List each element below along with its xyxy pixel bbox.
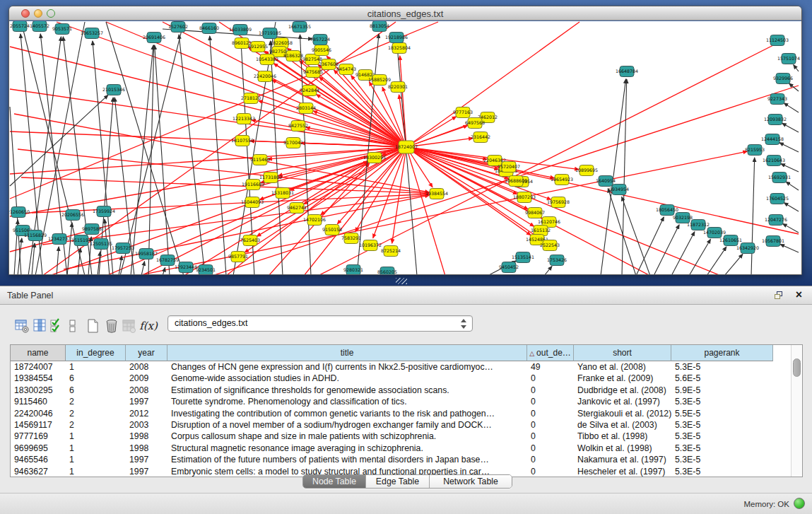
cell-name[interactable]: 19384554: [11, 373, 66, 384]
float-panel-icon[interactable]: [775, 291, 784, 300]
table-row[interactable]: 977716911998Corpus callosum shape and si…: [11, 431, 791, 442]
cell-name[interactable]: 22420046: [11, 408, 66, 419]
graph-node[interactable]: 9115460: [250, 155, 270, 165]
graph-node[interactable]: 12923448: [175, 262, 197, 273]
black-edge[interactable]: [786, 182, 799, 190]
cell-short[interactable]: Tibbo et al. (1998): [574, 431, 671, 442]
cell-pagerank[interactable]: 5.3E-5: [671, 431, 773, 442]
black-edge[interactable]: [155, 45, 170, 274]
graph-node[interactable]: 8454743: [336, 64, 356, 75]
cell-out_degree[interactable]: 0: [527, 373, 574, 384]
graph-node[interactable]: 12342737: [48, 234, 71, 245]
black-edge[interactable]: [780, 244, 799, 252]
black-edge[interactable]: [782, 123, 799, 132]
cell-title[interactable]: Tourette syndrome. Phenomenology and cla…: [167, 396, 527, 407]
cell-name[interactable]: 9465546: [11, 454, 66, 465]
graph-node[interactable]: 8186328: [283, 51, 303, 62]
black-edge[interactable]: [141, 262, 145, 274]
graph-node[interactable]: 2803144: [296, 103, 316, 114]
cell-year[interactable]: 1997: [126, 396, 167, 407]
graph-node[interactable]: 1405572: [30, 21, 49, 32]
cell-title[interactable]: Estimation of the future numbers of pati…: [167, 454, 527, 465]
graph-node[interactable]: 19384554: [425, 189, 448, 199]
cell-in_degree[interactable]: 2: [66, 408, 126, 419]
cell-out_degree[interactable]: 0: [527, 385, 574, 396]
graph-node[interactable]: 1527602: [168, 22, 188, 33]
graph-node[interactable]: 9905546: [312, 45, 331, 56]
table-row[interactable]: 911546021997Tourette syndrome. Phenomeno…: [11, 396, 791, 407]
cell-pagerank[interactable]: 5.3E-5: [671, 361, 773, 373]
black-edge[interactable]: [636, 217, 664, 274]
cell-pagerank[interactable]: 5.3E-5: [671, 419, 773, 431]
black-edge[interactable]: [671, 232, 695, 274]
cell-year[interactable]: 1998: [126, 443, 167, 454]
graph-node[interactable]: 20691406: [143, 33, 165, 43]
scrollbar-thumb[interactable]: [793, 358, 801, 377]
black-edge[interactable]: [794, 65, 799, 71]
cell-out_degree[interactable]: 49: [527, 361, 574, 373]
table-settings-icon[interactable]: [13, 317, 31, 335]
column-header-out_degree[interactable]: △out_de…: [527, 345, 574, 361]
table-row[interactable]: 1456911722003Disruption of a novel membe…: [11, 419, 791, 431]
cell-short[interactable]: Jankovic et al. (1997): [574, 396, 671, 407]
graph-node[interactable]: 7857224: [310, 35, 330, 45]
cell-title[interactable]: Changes of HCN gene expression and I(f) …: [167, 361, 527, 373]
trash-icon[interactable]: [102, 317, 121, 335]
cell-year[interactable]: 1997: [126, 454, 167, 465]
graph-node[interactable]: 9053571: [52, 24, 72, 35]
cell-name[interactable]: 14569117: [11, 419, 66, 431]
graph-node[interactable]: 19218986: [385, 33, 408, 43]
graph-node[interactable]: 9242844: [300, 86, 319, 96]
cell-name[interactable]: 9115460: [11, 396, 66, 407]
column-header-title[interactable]: title: [167, 345, 527, 361]
graph-node[interactable]: 9329966: [773, 74, 793, 84]
cell-in_degree[interactable]: 1: [66, 443, 126, 454]
graph-node[interactable]: 12610651: [719, 235, 742, 246]
cell-in_degree[interactable]: 1: [66, 361, 126, 373]
black-edge[interactable]: [689, 239, 710, 274]
graph-node[interactable]: 9450452: [499, 262, 519, 273]
cell-title[interactable]: Genome-wide association studies in ADHD.: [167, 373, 527, 384]
black-edge[interactable]: [210, 36, 226, 274]
table-row[interactable]: 1830029562008Estimation of significance …: [11, 385, 791, 396]
graph-node[interactable]: 21260650: [9, 207, 30, 218]
graph-node[interactable]: 1515194: [71, 235, 91, 246]
tab-node-table[interactable]: Node Table: [303, 475, 366, 488]
cell-year[interactable]: 2008: [126, 361, 167, 373]
graph-node[interactable]: 18724007: [395, 141, 418, 153]
cell-out_degree[interactable]: 0: [527, 431, 574, 442]
graph-node[interactable]: 2522543: [540, 240, 560, 251]
window-titlebar[interactable]: citations_edges.txt: [9, 6, 801, 21]
table-vertical-scrollbar[interactable]: [791, 345, 802, 477]
graph-node[interactable]: 9280321: [343, 265, 363, 275]
cell-year[interactable]: 1998: [126, 431, 167, 442]
graph-node[interactable]: 10899695: [575, 165, 598, 176]
graph-node[interactable]: 6497568: [465, 118, 485, 129]
column-header-short[interactable]: short: [574, 345, 671, 361]
graph-node[interactable]: 11124503: [766, 35, 789, 46]
red-edge[interactable]: [21, 177, 429, 194]
graph-node[interactable]: 9984067: [525, 208, 545, 218]
graph-node[interactable]: 15751074: [777, 54, 800, 64]
table-row[interactable]: 946554611997Estimation of the future num…: [11, 454, 791, 465]
black-edge[interactable]: [784, 103, 799, 112]
graph-node[interactable]: 8725214: [381, 246, 401, 257]
graph-node[interactable]: 9462741: [287, 203, 307, 214]
cell-pagerank[interactable]: 5.6E-5: [671, 373, 773, 384]
graph-node[interactable]: 7625403: [240, 235, 260, 246]
graph-node[interactable]: 12093832: [764, 115, 787, 125]
black-edge[interactable]: [724, 254, 743, 274]
cell-pagerank[interactable]: 5.5E-5: [671, 408, 773, 419]
cell-title[interactable]: Structural magnetic resonance image aver…: [167, 443, 527, 454]
black-edge[interactable]: [67, 223, 72, 274]
red-edge[interactable]: [10, 147, 406, 216]
memory-status-indicator[interactable]: [794, 498, 805, 509]
black-edge[interactable]: [57, 247, 59, 274]
table-row[interactable]: 1938455462009Genome-wide association stu…: [11, 373, 791, 384]
graph-node[interactable]: 15692931: [768, 173, 791, 183]
red-edge[interactable]: [32, 194, 429, 213]
cell-in_degree[interactable]: 1: [66, 454, 126, 465]
graph-node[interactable]: 2718120: [241, 93, 261, 104]
cell-name[interactable]: 9699695: [11, 443, 66, 454]
cell-in_degree[interactable]: 2: [66, 419, 126, 431]
